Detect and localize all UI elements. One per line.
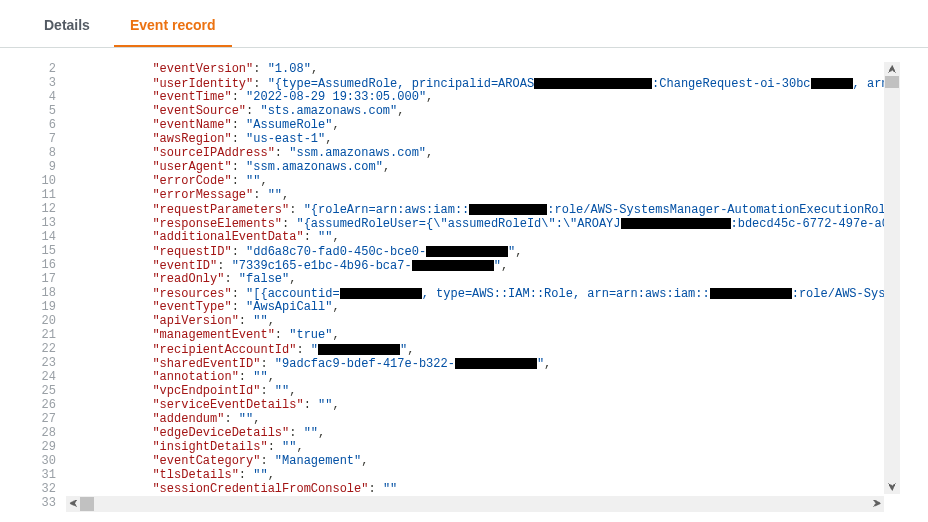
line-number: 28: [28, 426, 56, 440]
code-line: "tlsDetails": "",: [66, 468, 900, 482]
line-number: 2: [28, 62, 56, 76]
redaction-block: [469, 204, 547, 215]
line-number: 22: [28, 342, 56, 356]
code-line: "sessionCredentialFromConsole": "": [66, 482, 900, 496]
code-line: "annotation": "",: [66, 370, 900, 384]
line-number: 20: [28, 314, 56, 328]
code-line: "sharedEventID": "9adcfac9-bdef-417e-b32…: [66, 356, 900, 370]
line-number: 23: [28, 356, 56, 370]
redaction-block: [412, 260, 494, 271]
line-number: 26: [28, 398, 56, 412]
tab-details[interactable]: Details: [28, 5, 106, 47]
code-line: "requestParameters": "{roleArn=arn:aws:i…: [66, 202, 900, 216]
scroll-up-icon[interactable]: ⮝: [884, 62, 900, 76]
code-line: "userAgent": "ssm.amazonaws.com",: [66, 160, 900, 174]
code-line: "eventTime": "2022-08-29 19:33:05.000",: [66, 90, 900, 104]
code-line: "addendum": "",: [66, 412, 900, 426]
line-number: 14: [28, 230, 56, 244]
redaction-block: [318, 344, 400, 355]
line-number: 5: [28, 104, 56, 118]
redaction-block: [710, 288, 792, 299]
redaction-block: [426, 246, 508, 257]
scroll-right-icon[interactable]: ⮞: [870, 496, 884, 512]
line-number: 30: [28, 454, 56, 468]
code-line: "requestID": "dd6a8c70-fad0-450c-bce0-",: [66, 244, 900, 258]
line-number: 33: [28, 496, 56, 510]
line-number: 27: [28, 412, 56, 426]
code-line: "eventType": "AwsApiCall",: [66, 300, 900, 314]
tabs-bar: Details Event record: [0, 0, 928, 48]
line-number: 32: [28, 482, 56, 496]
code-line: "readOnly": "false",: [66, 272, 900, 286]
redaction-block: [811, 78, 853, 89]
code-content[interactable]: "eventVersion": "1.08", "userIdentity": …: [66, 62, 900, 512]
code-line: "managementEvent": "true",: [66, 328, 900, 342]
code-line: "eventID": "7339c165-e1bc-4b96-bca7-",: [66, 258, 900, 272]
redaction-block: [455, 358, 537, 369]
code-editor: 2345678910111213141516171819202122232425…: [28, 62, 900, 512]
code-line: "edgeDeviceDetails": "",: [66, 426, 900, 440]
line-number: 29: [28, 440, 56, 454]
line-number: 17: [28, 272, 56, 286]
line-number: 31: [28, 468, 56, 482]
line-number: 7: [28, 132, 56, 146]
horizontal-scrollbar[interactable]: ⮜ ⮞: [66, 496, 884, 512]
code-line: "additionalEventData": "",: [66, 230, 900, 244]
line-number: 10: [28, 174, 56, 188]
code-line: "eventName": "AssumeRole",: [66, 118, 900, 132]
code-line: "insightDetails": "",: [66, 440, 900, 454]
vertical-scrollbar[interactable]: ⮝ ⮟: [884, 62, 900, 494]
line-number: 4: [28, 90, 56, 104]
line-number: 18: [28, 286, 56, 300]
vertical-scroll-thumb[interactable]: [885, 76, 899, 88]
line-number: 8: [28, 146, 56, 160]
code-line: "eventSource": "sts.amazonaws.com",: [66, 104, 900, 118]
code-line: "errorCode": "",: [66, 174, 900, 188]
code-line: "eventVersion": "1.08",: [66, 62, 900, 76]
line-number: 9: [28, 160, 56, 174]
line-number: 19: [28, 300, 56, 314]
code-line: "userIdentity": "{type=AssumedRole, prin…: [66, 76, 900, 90]
code-line: "serviceEventDetails": "",: [66, 398, 900, 412]
code-line: "apiVersion": "",: [66, 314, 900, 328]
line-number: 11: [28, 188, 56, 202]
code-line: "eventCategory": "Management",: [66, 454, 900, 468]
scroll-down-icon[interactable]: ⮟: [884, 480, 900, 494]
line-number: 16: [28, 258, 56, 272]
redaction-block: [621, 218, 731, 229]
scroll-left-icon[interactable]: ⮜: [66, 496, 80, 512]
code-line: "errorMessage": "",: [66, 188, 900, 202]
code-line: "vpcEndpointId": "",: [66, 384, 900, 398]
code-line: "recipientAccountId": "",: [66, 342, 900, 356]
line-number: 24: [28, 370, 56, 384]
line-number: 12: [28, 202, 56, 216]
code-line: "awsRegion": "us-east-1",: [66, 132, 900, 146]
code-line: "responseElements": "{assumedRoleUser={\…: [66, 216, 900, 230]
code-line: "sourceIPAddress": "ssm.amazonaws.com",: [66, 146, 900, 160]
line-number: 15: [28, 244, 56, 258]
redaction-block: [534, 78, 652, 89]
code-line: "resources": "[{accountid=, type=AWS::IA…: [66, 286, 900, 300]
line-number: 3: [28, 76, 56, 90]
tab-event-record[interactable]: Event record: [114, 5, 232, 47]
line-number-gutter: 2345678910111213141516171819202122232425…: [28, 62, 66, 512]
line-number: 13: [28, 216, 56, 230]
redaction-block: [340, 288, 422, 299]
line-number: 6: [28, 118, 56, 132]
line-number: 25: [28, 384, 56, 398]
line-number: 21: [28, 328, 56, 342]
horizontal-scroll-thumb[interactable]: [80, 497, 94, 511]
